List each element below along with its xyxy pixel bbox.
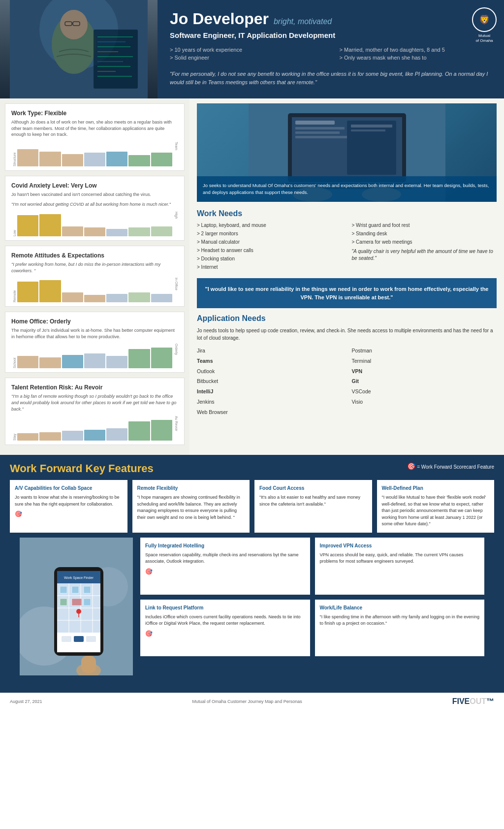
app-visio: Visio <box>352 398 497 406</box>
feature-worklife-text: "I like spending time in the afternoon w… <box>320 614 480 627</box>
work-type-card: Work Type: Flexible Although Jo does a l… <box>5 103 185 171</box>
feature-request-text: Includes iOffice which covers current fa… <box>145 614 305 627</box>
left-sidebar: Work Type: Flexible Although Jo does a l… <box>0 98 189 455</box>
needs-note: "A quality chair is very helpful with th… <box>352 248 497 262</box>
svg-point-50 <box>76 609 81 614</box>
feature-worklife-title: Work/Life Balance <box>320 605 480 611</box>
features-row1: A/V Capabilities for Collab Space Jo wan… <box>10 480 494 533</box>
feature-av-text: Jo wants to know what she is reserving/b… <box>15 494 123 508</box>
feature-vpn-title: Improved VPN Access <box>320 542 480 549</box>
feature-av: A/V Capabilities for Collab Space Jo wan… <box>10 480 127 533</box>
covid-text: Jo hasn't been vaccinated and isn't conc… <box>11 191 178 198</box>
svg-rect-55 <box>86 636 96 642</box>
talent-retention-card: Talent Retention Risk: Au Revoir "I'm a … <box>5 378 185 445</box>
main-content: Work Type: Flexible Although Jo does a l… <box>0 98 504 455</box>
feature-hotelling: Fully Integrated Hotelling Space reserva… <box>140 538 310 595</box>
svg-rect-54 <box>74 636 84 642</box>
chart-label-high: High <box>173 212 178 236</box>
apps-grid: Jira Teams Outlook Bitbucket IntelliJ Je… <box>197 347 497 418</box>
detail-col2-item1: > Married, mother of two daughters, 8 an… <box>340 47 495 53</box>
feature-foodcourt-text: "It's also a lot easier to eat healthy a… <box>259 494 367 508</box>
app-jira: Jira <box>197 347 342 355</box>
app-postman: Postman <box>352 347 497 355</box>
svg-rect-53 <box>62 636 71 642</box>
header-section: 🦁 Mutual of Omaha Jo Developer bright, m… <box>0 0 504 98</box>
person-photo <box>0 0 158 98</box>
bottom-section: Work Space Finder <box>10 538 494 683</box>
scorecard-icon: 🎯 <box>407 462 415 470</box>
svg-rect-25 <box>351 125 392 128</box>
svg-rect-23 <box>295 136 349 138</box>
chart-label-structure: Structure <box>11 142 16 166</box>
work-needs-grid: > Laptop, keyboard, and mouse > 2 larger… <box>197 222 497 272</box>
reliability-quote: "I would like to see more reliability in… <box>197 278 497 308</box>
image-caption: Jo seeks to understand Mutual Of Omaha's… <box>197 176 497 202</box>
app-teams: Teams <box>197 357 342 365</box>
need-item-1: > Laptop, keyboard, and mouse <box>197 222 342 229</box>
chart-label-remote: Remote <box>11 278 16 302</box>
work-forward-section: Work Forward Key Features 🎯 = Work Forwa… <box>0 455 504 693</box>
feature-vpn-text: VPN access should be easy, quick, and re… <box>320 552 480 565</box>
app-vscode: VSCode <box>352 387 497 396</box>
work-type-title: Work Type: Flexible <box>11 110 178 117</box>
person-name: Jo Developer <box>170 10 269 28</box>
apps-col2: Postman Terminal VPN Git VSCode Visio <box>352 347 497 418</box>
app-intellij: IntelliJ <box>197 387 342 396</box>
need-item-7: > Wrist guard and foot rest <box>352 222 497 229</box>
talent-chart <box>17 416 172 441</box>
feature-plan-title: Well-Defined Plan <box>382 485 490 491</box>
app-jenkins: Jenkins <box>197 398 342 406</box>
work-type-text: Although Jo does a lot of work on her ow… <box>11 119 178 138</box>
chart-label-school: School <box>11 344 16 368</box>
app-vpn: VPN <box>352 367 497 376</box>
footer-brand: FIVEOUT™ <box>452 697 494 706</box>
home-office-title: Home Office: Orderly <box>11 318 178 325</box>
feature-remote-text: "I hope managers are showing continued f… <box>137 494 245 521</box>
svg-rect-48 <box>72 599 82 606</box>
feature-hotelling-text: Space reservation capability, multiple c… <box>145 552 305 565</box>
app-needs-desc: Jo needs tools to help speed up code cre… <box>197 327 497 342</box>
need-item-2: > 2 larger monitors <box>197 230 342 237</box>
need-item-3: > Manual calculator <box>197 239 342 246</box>
need-item-4: > Headset to answer calls <box>197 247 342 254</box>
app-terminal: Terminal <box>352 357 497 365</box>
app-bitbucket: Bitbucket <box>197 377 342 385</box>
brand-out: OUT <box>470 697 486 705</box>
footer-date: August 27, 2021 <box>10 699 42 704</box>
need-item-8: > Standing desk <box>352 230 497 237</box>
svg-text:Work Space Finder: Work Space Finder <box>64 576 94 580</box>
talent-retention-quote: "I'm a big fan of remote working though … <box>11 393 178 412</box>
covid-quote: "I'm not worried about getting COVID at … <box>11 201 178 208</box>
footer: August 27, 2021 Mutual of Omaha Customer… <box>0 693 504 710</box>
feature-request: Link to Request Platform Includes iOffic… <box>140 600 310 657</box>
svg-rect-20 <box>295 121 335 125</box>
svg-rect-22 <box>295 131 340 134</box>
details-col2: > Married, mother of two daughters, 8 an… <box>340 47 495 63</box>
detail-col1-item2: > Solid engineer <box>170 55 325 61</box>
app-needs-title: Application Needs <box>197 314 497 323</box>
right-content: Jo seeks to understand Mutual Of Omaha's… <box>189 98 504 455</box>
svg-rect-57 <box>81 656 96 673</box>
svg-rect-52 <box>57 633 100 652</box>
header-content: 🦁 Mutual of Omaha Jo Developer bright, m… <box>158 0 504 98</box>
home-office-text: The majority of Jo's individual work is … <box>11 327 178 340</box>
feature-plan: Well-Defined Plan "I would like Mutual t… <box>377 480 495 533</box>
remote-attitudes-quote: "I prefer working from home, but I do mi… <box>11 261 178 274</box>
svg-rect-26 <box>351 129 385 131</box>
logo-text: Mutual of Omaha <box>472 33 497 43</box>
chart-label-aurevoir: Au Revoir <box>173 416 178 441</box>
logo-circle: 🦁 <box>472 7 497 32</box>
chart-label-low: Low <box>11 212 16 236</box>
app-git: Git <box>352 377 497 385</box>
svg-rect-44 <box>60 586 67 593</box>
person-details: > 10 years of work experience > Solid en… <box>170 47 494 63</box>
person-tagline: bright, motivated <box>274 17 332 26</box>
work-forward-title: Work Forward Key Features <box>10 462 154 475</box>
talent-retention-title: Talent Retention Risk: Au Revoir <box>11 384 178 391</box>
remote-attitudes-title: Remote Attitudes & Expectations <box>11 252 178 259</box>
work-type-chart <box>17 142 172 166</box>
chart-label-stay: Stay <box>11 416 16 441</box>
footer-center: Mutual of Omaha Customer Journey Map and… <box>192 699 302 704</box>
remote-attitudes-card: Remote Attitudes & Expectations "I prefe… <box>5 246 185 307</box>
detail-col2-item2: > Only wears mask when she has to <box>340 55 495 61</box>
